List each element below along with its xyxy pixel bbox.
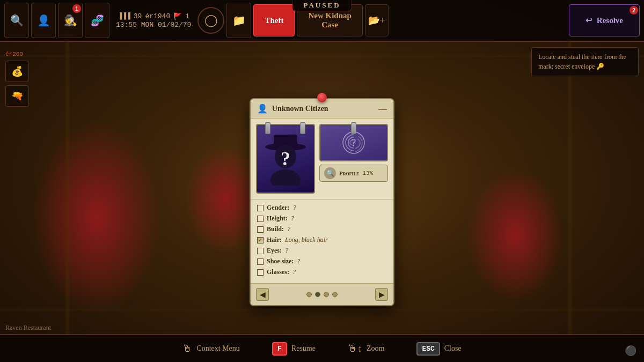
dna-button[interactable]: 🧬 [85,3,109,38]
character-card: 👤 Unknown Citizen — [250,98,394,306]
dot-3[interactable] [324,292,329,297]
flag-count: 1 [185,12,189,20]
field-label-5: Shoe size: [267,257,294,265]
money-icon: 💰 [11,65,23,77]
currency-label: ér200 [5,51,23,57]
ring-button[interactable]: ◯ [197,7,224,34]
weapon-icon-button[interactable]: 🔫 [5,85,29,107]
paused-label: PAUSED [292,0,352,11]
field-value-5: ? [297,257,300,265]
new-case-button[interactable]: 📂+ [365,4,389,36]
close-action[interactable]: ESC Close [416,342,461,356]
search-button[interactable]: 🔍 [4,3,29,38]
field-value-3: Long, black hair [285,236,328,244]
resume-label: Resume [291,344,316,353]
card-title: Unknown Citizen [272,105,328,113]
clip-fp [351,122,356,134]
profile-label: Profile [339,170,359,176]
field-value-6: ? [292,268,296,276]
card-body: ? ? 🔍 [251,119,393,200]
field-row-4: Eyes:? [257,247,387,255]
prev-page-button[interactable]: ◀ [256,288,269,301]
field-label-1: Height: [267,215,288,223]
field-label-0: Gender: [267,204,290,212]
clip-left [265,122,270,134]
field-row-1: Height:? [257,215,387,223]
context-menu-action[interactable]: 🖱 Context Menu [182,343,240,354]
left-panel: ér200 💰 🔫 [5,51,29,107]
profile-button[interactable]: 🔍 Profile 13% [319,165,388,182]
field-value-0: ? [293,204,296,212]
resolve-label: Resolve [597,16,623,25]
field-value-4: ? [285,247,288,255]
field-label-4: Eyes: [267,247,282,255]
hint-box: Locate and steal the item from the mark;… [531,47,639,76]
field-label-3: Hair: [267,236,282,244]
search-icon: 🔍 [10,14,24,27]
next-page-button[interactable]: ▶ [375,288,388,301]
context-menu-label: Context Menu [196,344,240,353]
field-row-2: Build:? [257,225,387,233]
field-checkbox-0[interactable] [257,205,264,211]
field-checkbox-2[interactable] [257,226,264,233]
field-checkbox-5[interactable] [257,258,264,265]
field-row-0: Gender:? [257,204,387,212]
hint-text: Locate and steal the item from the mark;… [538,53,626,70]
stat-count: 39 [134,12,142,20]
fp-profile-panel: ? 🔍 Profile 13% [319,124,388,194]
persons-button[interactable]: 👤 [31,3,56,38]
scroll-icon: ⚫ [625,345,636,357]
character-card-container: 👤 Unknown Citizen — [250,88,394,306]
resolve-button[interactable]: ↩ Resolve 2 [569,4,640,36]
profile-percentage: 13% [362,170,373,176]
person-card-icon: 👤 [257,104,268,114]
zoom-action[interactable]: 🖱↕ Zoom [348,343,384,354]
bottombar: 🖱 Context Menu F Resume 🖱↕ Zoom ESC Clos… [0,334,644,362]
dot-4[interactable] [332,292,338,297]
field-row-3: Hair:Long, black hair [257,236,387,244]
field-checkbox-4[interactable] [257,248,264,254]
folder-button[interactable]: 📁 [226,3,251,38]
field-checkbox-3[interactable] [257,237,264,243]
bar-stat-icon: ▐▐▐ [118,12,130,20]
minimize-button[interactable]: — [378,104,387,114]
close-label: Close [444,344,462,353]
field-row-6: Glasses:? [257,268,387,276]
unknown-mark: ? [281,147,290,170]
resolve-badge: 2 [630,6,638,14]
dot-1[interactable] [306,292,312,297]
fingerprint-question: ? [352,137,356,149]
zoom-label: Zoom [367,344,384,353]
field-label-2: Build: [267,225,284,233]
profile-search-icon: 🔍 [324,167,336,179]
card-fields: Gender:?Height:?Build:?Hair:Long, black … [251,200,393,283]
folder-icon: 📁 [232,14,246,27]
resolve-icon: ↩ [586,16,592,25]
time-stat: 13:55 MON 01/02/79 [116,21,191,29]
fingerprint-photo: ? [319,124,388,161]
clip-right [300,122,305,134]
dna-icon: 🧬 [91,14,104,27]
field-checkbox-6[interactable] [257,269,264,276]
flag-stat: 🚩 [173,12,182,21]
stats-block: ▐▐▐ 39 ér1940 🚩 1 13:55 MON 01/02/79 [112,10,195,31]
dot-2[interactable] [315,292,320,297]
theft-tab[interactable]: Theft [253,4,295,36]
field-row-5: Shoe size:? [257,257,387,265]
money-icon-button[interactable]: 💰 [5,61,29,82]
card-pagination: ◀ ▶ [251,283,393,305]
ring-icon: ◯ [204,13,218,27]
weapon-icon: 🔫 [11,90,23,102]
kidnap-label: New KidnapCase [308,11,351,29]
field-value-1: ? [291,215,294,223]
resume-action[interactable]: F Resume [272,342,316,356]
svg-point-3 [270,169,301,186]
field-checkbox-1[interactable] [257,216,264,222]
theft-label: Theft [265,16,283,25]
agents-button[interactable]: 🕵 1 [58,3,83,38]
field-value-2: ? [287,225,290,233]
mouse-icon: 🖱 [182,343,192,354]
card-pin [317,93,327,102]
location-label: Raven Restaurant [5,324,51,332]
field-label-6: Glasses: [267,268,289,276]
